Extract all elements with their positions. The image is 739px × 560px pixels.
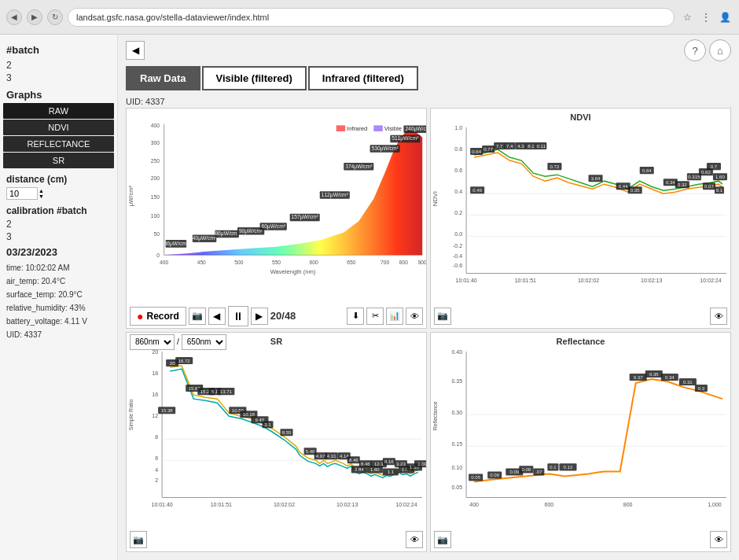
spin-down[interactable]: ▼ <box>39 193 44 199</box>
svg-text:Reflectance: Reflectance <box>432 401 438 430</box>
url-bar[interactable] <box>68 8 675 27</box>
svg-text:10:01:51: 10:01:51 <box>515 278 536 284</box>
svg-text:0.35: 0.35 <box>631 188 640 193</box>
distance-input-row: ▲ ▼ <box>0 186 117 201</box>
svg-text:0.05: 0.05 <box>451 484 462 490</box>
svg-text:8: 8 <box>155 434 158 440</box>
svg-text:8.1: 8.1 <box>528 144 535 149</box>
main-content: ◀ ? ⌂ Raw Data Visible (filtered) Infrar… <box>118 35 739 560</box>
svg-text:3.64: 3.64 <box>591 176 601 181</box>
svg-text:Simple Ratio: Simple Ratio <box>128 399 134 430</box>
menu-sr[interactable]: SR <box>3 153 114 168</box>
collapse-button[interactable]: ◀ <box>126 41 145 60</box>
svg-text:10:02:02: 10:02:02 <box>274 502 295 507</box>
next-frame-button[interactable]: ▶ <box>251 308 268 325</box>
ndvi-chart-panel: NDVI 1.0 0.8 0.6 0.4 0.2 0.0 -0.2 -0.4 -… <box>430 108 731 329</box>
svg-text:0.06: 0.06 <box>490 473 499 477</box>
tab-infrared[interactable]: Infrared (filtered) <box>308 66 418 90</box>
scissors-btn[interactable]: ✂ <box>366 308 384 325</box>
forward-button[interactable]: ▶ <box>27 9 42 25</box>
svg-text:15.38: 15.38 <box>161 408 174 413</box>
account-icon[interactable]: 👤 <box>717 9 733 25</box>
svg-text:0.34: 0.34 <box>666 180 675 185</box>
svg-text:700: 700 <box>381 260 389 265</box>
svg-text:0.10: 0.10 <box>451 465 462 470</box>
record-button[interactable]: ● Record <box>130 307 186 326</box>
chart-dropdowns: 860nm / 650nm <box>130 334 226 350</box>
tab-visible[interactable]: Visible (filtered) <box>202 66 307 90</box>
svg-text:1.60: 1.60 <box>370 467 380 472</box>
svg-text:-0.6: -0.6 <box>453 263 462 268</box>
svg-text:1.09: 1.09 <box>417 462 426 466</box>
tab-raw-data[interactable]: Raw Data <box>126 66 200 90</box>
time-info: time: 10:02:02 AM <box>0 261 117 274</box>
browser-icons: ☆ ⋮ 👤 <box>679 9 733 25</box>
distance-input[interactable] <box>6 187 38 200</box>
svg-text:530μW/cm²: 530μW/cm² <box>372 146 399 152</box>
sr-chart-svg: 20 18 16 12 8 6 4 2 Simple Ratio 10:01:4… <box>127 333 426 529</box>
humidity-info: relative_humidity: 43% <box>0 301 117 315</box>
svg-text:0.6: 0.6 <box>454 168 462 173</box>
raw-chart-svg: μW/cm² 0 50 100 150 200 250 300 400 400 … <box>127 109 426 304</box>
cal-num1: 2 <box>0 218 117 230</box>
menu-ndvi[interactable]: NDVI <box>3 120 114 135</box>
svg-rect-21 <box>336 125 345 131</box>
back-button[interactable]: ◀ <box>6 9 22 25</box>
svg-text:0.15: 0.15 <box>451 441 462 447</box>
svg-text:0.30: 0.30 <box>451 410 462 415</box>
menu-reflectance[interactable]: REFLECTANCE <box>3 136 114 152</box>
svg-text:0.46: 0.46 <box>472 188 482 193</box>
svg-text:8.16: 8.16 <box>384 459 394 464</box>
eye-btn-raw[interactable]: 👁 <box>406 308 423 325</box>
distance-label: distance (cm) <box>0 169 117 186</box>
svg-text:400: 400 <box>151 123 160 128</box>
sidebar: #batch 2 3 Graphs RAW NDVI REFLECTANCE S… <box>0 35 118 560</box>
svg-text:10:01:40: 10:01:40 <box>455 278 476 284</box>
svg-text:0.72: 0.72 <box>550 164 560 169</box>
svg-text:3.1: 3.1 <box>264 422 271 427</box>
camera-button-raw[interactable]: 📷 <box>189 308 206 325</box>
reflectance-chart-svg: 0.40 0.35 0.30 0.15 0.10 0.05 Reflectanc… <box>431 333 730 529</box>
home-button[interactable]: ⌂ <box>709 39 731 61</box>
record-label: Record <box>146 311 178 322</box>
svg-text:10:02:24: 10:02:24 <box>700 278 721 284</box>
pause-button[interactable]: ⏸ <box>228 306 248 326</box>
help-button[interactable]: ? <box>684 39 706 61</box>
svg-text:20: 20 <box>170 361 175 366</box>
spin-up[interactable]: ▲ <box>39 188 44 193</box>
star-icon[interactable]: ☆ <box>679 9 695 25</box>
top-bar-left: ◀ <box>126 41 145 60</box>
svg-text:8.55: 8.55 <box>282 430 292 435</box>
svg-text:1,000: 1,000 <box>708 502 722 507</box>
wavelength-select-1[interactable]: 860nm <box>130 334 175 350</box>
svg-text:0.05: 0.05 <box>471 475 480 480</box>
menu-raw[interactable]: RAW <box>3 103 114 119</box>
svg-text:511μW/cm²: 511μW/cm² <box>392 135 419 142</box>
download-btn[interactable]: ⬇ <box>347 308 364 325</box>
svg-text:374μW/cm²: 374μW/cm² <box>345 164 373 170</box>
svg-text:7.4: 7.4 <box>506 144 513 149</box>
prev-frame-button[interactable]: ◀ <box>208 308 226 325</box>
camera-button-ndvi[interactable]: 📷 <box>434 308 451 325</box>
wavelength-select-2[interactable]: 650nm <box>182 334 226 350</box>
svg-text:40μW/cm²: 40μW/cm² <box>193 235 217 241</box>
svg-text:6: 6 <box>155 455 158 461</box>
refresh-button[interactable]: ↻ <box>47 9 63 25</box>
eye-btn-sr[interactable]: 👁 <box>406 531 423 548</box>
svg-text:-0.4: -0.4 <box>453 253 462 259</box>
distance-spinner: ▲ ▼ <box>39 188 44 199</box>
eye-btn-reflectance[interactable]: 👁 <box>710 531 727 548</box>
menu-icon[interactable]: ⋮ <box>698 9 714 25</box>
eye-btn-ndvi[interactable]: 👁 <box>710 308 727 325</box>
camera-button-sr[interactable]: 📷 <box>130 531 147 548</box>
svg-text:0.64: 0.64 <box>472 149 481 154</box>
svg-text:0.09: 0.09 <box>509 470 519 474</box>
svg-text:157μW/cm²: 157μW/cm² <box>292 214 319 220</box>
cal-num2: 3 <box>0 230 117 243</box>
surface-temp-info: surface_temp: 20.9°C <box>0 288 117 301</box>
camera-button-reflectance[interactable]: 📷 <box>434 531 451 548</box>
svg-text:150: 150 <box>151 194 160 200</box>
svg-text:90μW/cm²: 90μW/cm² <box>239 228 263 234</box>
bar-chart-btn[interactable]: 📊 <box>386 308 403 325</box>
svg-text:300: 300 <box>151 140 160 146</box>
